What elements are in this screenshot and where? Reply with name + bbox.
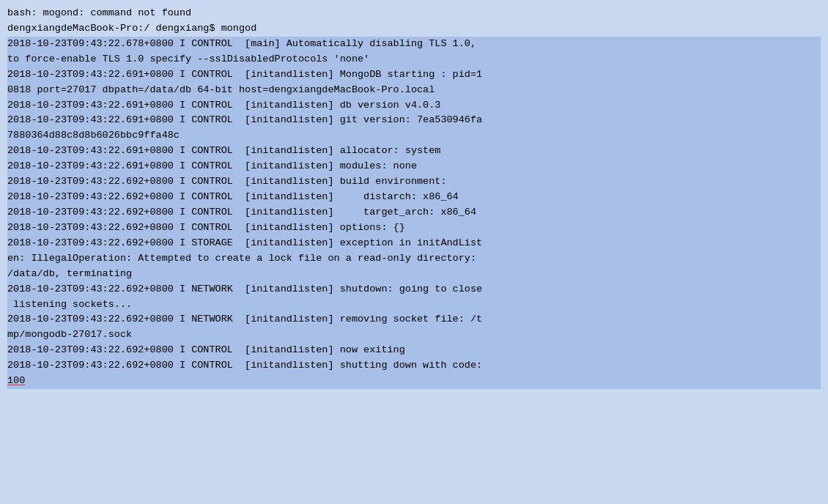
terminal-line: /data/db, terminating xyxy=(7,267,821,282)
terminal-line: 2018-10-23T09:43:22.692+0800 I CONTROL [… xyxy=(7,205,821,220)
underlined-code: 100 xyxy=(7,375,25,386)
terminal-line: 2018-10-23T09:43:22.692+0800 I CONTROL [… xyxy=(7,174,821,190)
terminal-line: listening sockets... xyxy=(7,297,821,313)
terminal-line: 2018-10-23T09:43:22.692+0800 I CONTROL [… xyxy=(7,220,821,236)
terminal-line: 2018-10-23T09:43:22.678+0800 I CONTROL [… xyxy=(7,37,821,52)
terminal-container: bash: mogond: command not founddengxiang… xyxy=(0,0,828,504)
terminal-line: 100 xyxy=(7,374,821,389)
terminal-line: 2018-10-23T09:43:22.691+0800 I CONTROL [… xyxy=(7,67,821,83)
terminal-line: 2018-10-23T09:43:22.692+0800 I NETWORK [… xyxy=(7,282,821,297)
terminal-line: 2018-10-23T09:43:22.692+0800 I CONTROL [… xyxy=(7,190,821,205)
terminal-line: to force-enable TLS 1.0 specify --sslDis… xyxy=(7,52,821,67)
terminal-line: 2018-10-23T09:43:22.691+0800 I CONTROL [… xyxy=(7,159,821,174)
terminal-line: mp/mongodb-27017.sock xyxy=(7,327,821,343)
terminal-line: 2018-10-23T09:43:22.692+0800 I CONTROL [… xyxy=(7,358,821,374)
terminal-line: 2018-10-23T09:43:22.692+0800 I CONTROL [… xyxy=(7,343,821,358)
terminal-line: 0818 port=27017 dbpath=/data/db 64-bit h… xyxy=(7,83,821,98)
terminal-line: bash: mogond: command not found xyxy=(7,6,821,21)
terminal-line: 2018-10-23T09:43:22.692+0800 I STORAGE [… xyxy=(7,236,821,251)
terminal-line: 2018-10-23T09:43:22.691+0800 I CONTROL [… xyxy=(7,113,821,128)
terminal-line: 2018-10-23T09:43:22.692+0800 I NETWORK [… xyxy=(7,312,821,327)
terminal-line: en: IllegalOperation: Attempted to creat… xyxy=(7,251,821,267)
terminal-line: 7880364d88c8d8b6026bbc9ffa48c xyxy=(7,128,821,144)
terminal-line: 2018-10-23T09:43:22.691+0800 I CONTROL [… xyxy=(7,144,821,159)
terminal-line: dengxiangdeMacBook-Pro:/ dengxiang$ mong… xyxy=(7,21,821,37)
terminal-line: 2018-10-23T09:43:22.691+0800 I CONTROL [… xyxy=(7,98,821,114)
